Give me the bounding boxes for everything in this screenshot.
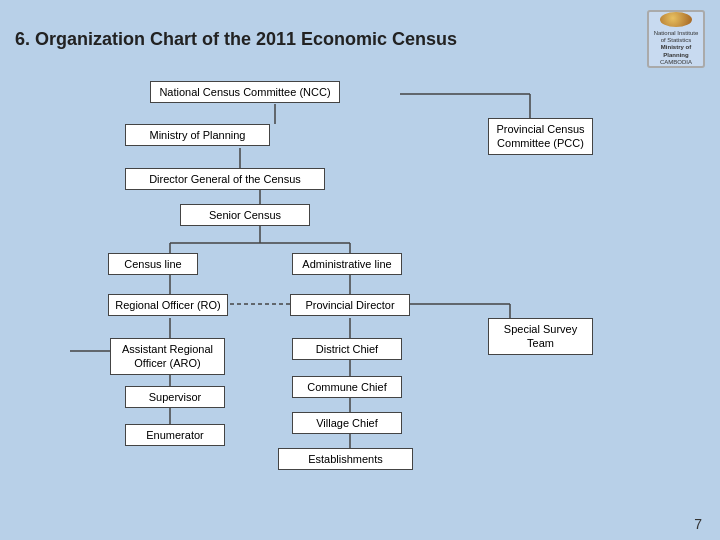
senior-box: Senior Census: [180, 204, 310, 226]
ro-box: Regional Officer (RO): [108, 294, 228, 316]
ncc-box: National Census Committee (NCC): [150, 81, 340, 103]
pcc-box: Provincial Census Committee (PCC): [488, 118, 593, 155]
establishments-box: Establishments: [278, 448, 413, 470]
dgc-box: Director General of the Census: [125, 168, 325, 190]
village-box: Village Chief: [292, 412, 402, 434]
supervisor-box: Supervisor: [125, 386, 225, 408]
slide: 6. Organization Chart of the 2011 Econom…: [0, 0, 720, 540]
commune-box: Commune Chief: [292, 376, 402, 398]
logo-emblem: [660, 12, 692, 27]
aro-box: Assistant Regional Officer (ARO): [110, 338, 225, 375]
sst-box: Special Survey Team: [488, 318, 593, 355]
logo-text: National Institute of Statistics Ministr…: [649, 30, 703, 66]
pd-box: Provincial Director: [290, 294, 410, 316]
logo: National Institute of Statistics Ministr…: [647, 10, 705, 68]
enumerator-box: Enumerator: [125, 424, 225, 446]
census-line-box: Census line: [108, 253, 198, 275]
district-box: District Chief: [292, 338, 402, 360]
header: 6. Organization Chart of the 2011 Econom…: [0, 0, 720, 76]
admin-line-box: Administrative line: [292, 253, 402, 275]
page-number: 7: [694, 516, 702, 532]
connector-lines: [20, 76, 700, 506]
mop-box: Ministry of Planning: [125, 124, 270, 146]
org-chart: National Census Committee (NCC) Ministry…: [20, 76, 700, 506]
slide-title: 6. Organization Chart of the 2011 Econom…: [15, 29, 457, 50]
